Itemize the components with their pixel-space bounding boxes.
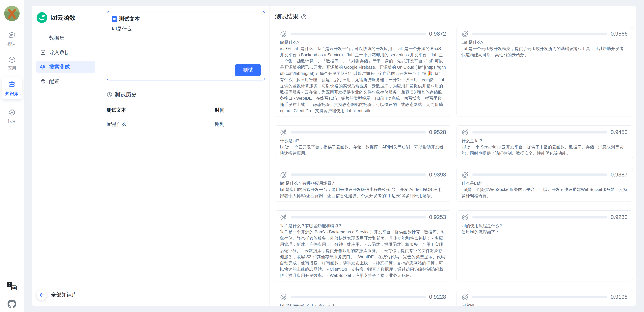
rail-item-apps[interactable]: 应用 bbox=[8, 56, 16, 71]
test-text-label: 测试文本 bbox=[119, 16, 140, 23]
bar-chart-icon bbox=[40, 35, 46, 41]
main-panel: laf云函数 数据集 导入数据 bbox=[31, 5, 636, 306]
rail-bottom: 文 En bbox=[7, 282, 17, 312]
history-col-text: 测试文本 bbox=[107, 103, 215, 117]
result-card: 0.9230 laf的使用流程是什么? 使用laf的流程如下： bbox=[456, 210, 633, 281]
rail-item-label: 知识库 bbox=[5, 91, 18, 97]
result-question: 什么是 laf? bbox=[462, 138, 628, 144]
score-value: 0.9566 bbox=[611, 31, 628, 37]
result-card: 0.9228 laf 能用来做什么 Laf 有什么用 ## 💥 laf 能用来做… bbox=[275, 290, 451, 306]
result-answer: Laf是一个云开发平台，提供了云函数、存储、数据库、API网关等功能，可以帮助开… bbox=[280, 144, 446, 156]
avatar[interactable] bbox=[4, 6, 20, 21]
score-row: 0.9228 bbox=[280, 293, 446, 301]
database-icon bbox=[8, 81, 16, 89]
sidebar-item-dataset[interactable]: 数据集 bbox=[36, 32, 96, 44]
result-card: 0.9450 什么是 laf? laf 是一个 Serverless 云开发平台… bbox=[456, 125, 633, 159]
target-icon bbox=[280, 171, 288, 179]
result-answer: Laf 是一个云函数开发框架，提供了云函数开发所需的基础设施和工具，可以帮助开发… bbox=[462, 46, 628, 58]
result-answer: ## 👀 `laf` 是什么 - `laf` 是云开发平台，可以快速的开发应用 … bbox=[280, 46, 446, 114]
target-icon bbox=[40, 64, 46, 70]
score-row: 0.9872 bbox=[280, 30, 446, 38]
laf-logo-icon bbox=[36, 12, 47, 23]
test-history-header: 测试历史 bbox=[107, 91, 265, 98]
dataset-title: laf云函数 bbox=[50, 14, 76, 22]
score-value: 0.9253 bbox=[429, 214, 446, 220]
score-value: 0.9872 bbox=[429, 31, 446, 37]
results-grid[interactable]: 0.9872 laf是什么? ## 👀 `laf` 是什么 - `laf` 是云… bbox=[275, 27, 633, 306]
result-question: laf 能用来做什么 Laf 有什么用 bbox=[280, 302, 446, 306]
score-row: 0.9450 bbox=[462, 128, 628, 136]
cube-icon bbox=[8, 56, 16, 64]
rail-item-label: 聊天 bbox=[8, 41, 16, 47]
results-header: 测试结果 bbox=[275, 10, 633, 24]
test-text-input[interactable]: laf是什么 bbox=[112, 26, 260, 66]
result-card: 0.9528 什么是laf? Laf是一个云开发平台，提供了云函数、存储、数据库… bbox=[275, 125, 451, 159]
score-row: 0.9393 bbox=[280, 171, 446, 179]
target-icon bbox=[462, 30, 469, 38]
results-title: 测试结果 bbox=[275, 13, 298, 21]
result-question: 什么是laf? bbox=[280, 138, 446, 144]
score-value: 0.9198 bbox=[611, 294, 628, 300]
result-question: laf是什么? bbox=[280, 39, 446, 46]
result-question: laf的使用流程是什么? bbox=[462, 223, 628, 229]
score-value: 0.9230 bbox=[611, 214, 628, 220]
language-switch-icon[interactable]: 文 En bbox=[7, 282, 17, 290]
help-icon[interactable] bbox=[301, 14, 307, 20]
score-value: 0.9228 bbox=[429, 294, 446, 300]
result-question: 什么是Laf? bbox=[462, 180, 628, 186]
target-icon bbox=[280, 213, 288, 221]
result-card: 0.9566 Laf 是什么? Laf 是一个云函数开发框架，提供了云函数开发所… bbox=[456, 27, 633, 117]
github-icon[interactable] bbox=[8, 299, 16, 308]
all-knowledge-bases-button[interactable]: 全部知识库 bbox=[36, 288, 96, 301]
score-bar bbox=[291, 33, 426, 35]
rail-item-account[interactable]: 账号 bbox=[8, 109, 16, 124]
table-row[interactable]: laf是什么 刚刚 bbox=[107, 117, 265, 132]
score-value: 0.9387 bbox=[611, 172, 628, 178]
rail-item-label: 账号 bbox=[8, 118, 16, 124]
document-icon bbox=[112, 16, 117, 22]
sidebar-item-label: 搜索测试 bbox=[49, 63, 70, 70]
test-history-title: 测试历史 bbox=[115, 91, 137, 98]
score-bar bbox=[472, 216, 608, 218]
rail-item-label: 应用 bbox=[8, 65, 16, 71]
score-bar bbox=[472, 174, 608, 176]
result-question: `laf` 是什么？有哪些功能和特点? bbox=[280, 223, 446, 229]
sidebar-item-search-test[interactable]: 搜索测试 bbox=[36, 61, 96, 73]
target-icon bbox=[280, 30, 288, 38]
test-button[interactable]: 测试 bbox=[235, 64, 260, 76]
score-row: 0.9230 bbox=[462, 213, 628, 221]
chat-icon bbox=[8, 31, 16, 39]
user-icon bbox=[8, 109, 16, 116]
result-answer: laf 是应用的后端开发平台，能用来快速开发微信小程序/公众号、开发 Andro… bbox=[280, 186, 446, 199]
score-bar bbox=[291, 296, 426, 298]
history-row-time: 刚刚 bbox=[215, 117, 265, 132]
result-question: Laf 是什么? bbox=[462, 39, 628, 46]
test-section: 测试文本 laf是什么 测试 测试历史 测试文本 时间 bbox=[100, 6, 270, 306]
score-bar bbox=[291, 174, 426, 176]
avatar-photo-icon bbox=[4, 6, 20, 21]
score-row: 0.9198 bbox=[462, 293, 628, 301]
score-row: 0.9387 bbox=[462, 171, 628, 179]
result-card: 0.9387 什么是Laf? Laf是一个提供WebSocket服务的云平台，可… bbox=[456, 168, 633, 202]
score-bar bbox=[472, 33, 608, 35]
sidebar-item-label: 数据集 bbox=[49, 34, 64, 42]
app-rail: 聊天 应用 知识库 账号 bbox=[0, 0, 24, 312]
sidebar-item-import-data[interactable]: 导入数据 bbox=[36, 47, 96, 58]
target-icon bbox=[462, 293, 469, 301]
result-answer: `laf` 是一个开源的 BaaS（Backend as a Service）开… bbox=[280, 229, 446, 279]
score-bar bbox=[472, 131, 608, 133]
result-card: 0.9393 laf 是什么？有哪些应用场景? laf 是应用的后端开发平台，能… bbox=[275, 168, 451, 202]
score-value: 0.9393 bbox=[429, 172, 446, 178]
gear-icon bbox=[40, 78, 46, 84]
sidebar-item-label: 导入数据 bbox=[49, 49, 70, 56]
result-question: laf官网 bbox=[462, 302, 628, 306]
sidebar-item-config[interactable]: 配置 bbox=[36, 75, 96, 87]
score-row: 0.9253 bbox=[280, 213, 446, 221]
target-icon bbox=[462, 171, 469, 179]
target-icon bbox=[280, 293, 288, 301]
score-bar bbox=[472, 296, 608, 298]
target-icon bbox=[462, 213, 469, 221]
rail-item-chat[interactable]: 聊天 bbox=[8, 31, 16, 47]
rail-item-knowledge-base[interactable]: 知识库 bbox=[2, 77, 22, 99]
result-card: 0.9253 `laf` 是什么？有哪些功能和特点? `laf` 是一个开源的 … bbox=[275, 210, 451, 281]
